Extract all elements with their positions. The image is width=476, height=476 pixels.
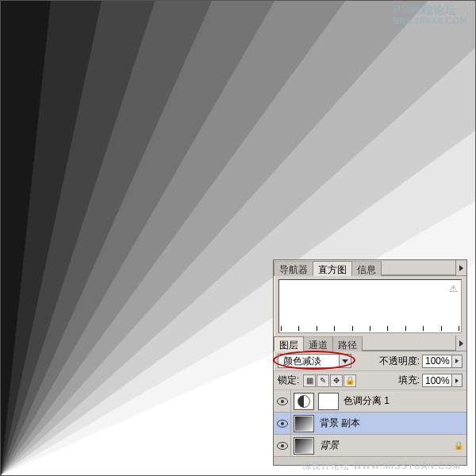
chevron-down-icon	[339, 355, 351, 367]
layer-mask-thumb[interactable]	[318, 393, 339, 410]
nav-panel-tabs: 导航器 直方图 信息	[274, 260, 466, 276]
tab-navigator[interactable]: 导航器	[274, 261, 313, 276]
eye-icon	[277, 420, 288, 428]
blend-mode-value: 颜色减淡	[278, 355, 339, 368]
histogram-ticks	[279, 326, 461, 332]
svg-point-1	[281, 400, 284, 403]
visibility-toggle[interactable]	[274, 435, 291, 457]
tab-info[interactable]: 信息	[351, 261, 382, 276]
lock-position-button[interactable]: ✥	[330, 374, 343, 387]
warning-icon[interactable]: ⚠	[449, 283, 458, 294]
layer-thumb[interactable]	[294, 437, 314, 455]
layer-row-bg-copy[interactable]: 背景 副本	[274, 413, 466, 435]
watermark-top-line1: PS教程论坛	[393, 4, 467, 15]
layer-thumb[interactable]	[294, 393, 314, 410]
blend-opacity-row: 颜色减淡 不透明度: 100%	[274, 351, 466, 370]
lock-icons-group: ▦ ✎ ✥ 🔒	[303, 374, 356, 387]
eye-icon	[277, 397, 288, 405]
visibility-toggle[interactable]	[274, 390, 291, 413]
layer-name[interactable]: 色调分离 1	[340, 394, 466, 408]
blend-mode-select[interactable]: 颜色减淡	[278, 354, 351, 368]
layer-list: 色调分离 1 背景 副本 背景 🔒	[274, 390, 466, 465]
layers-panel-menu-button[interactable]	[455, 336, 466, 351]
fill-label: 填充:	[398, 374, 420, 387]
photoshop-panels: 导航器 直方图 信息 ⚠ 图层 通道 路径 颜色减淡 不透明度: 100%	[273, 259, 467, 466]
tab-paths[interactable]: 路径	[332, 336, 363, 351]
arrow-right-icon	[459, 340, 463, 347]
eye-icon	[277, 442, 288, 450]
panel-menu-button[interactable]	[455, 260, 466, 275]
watermark-top: PS教程论坛 BBS.16XX8.COM	[393, 4, 467, 26]
opacity-value: 100%	[423, 355, 451, 367]
lock-fill-row: 锁定: ▦ ✎ ✥ 🔒 填充: 100%	[274, 370, 466, 390]
layer-thumb[interactable]	[294, 415, 314, 432]
visibility-toggle[interactable]	[274, 413, 291, 435]
chevron-right-icon	[451, 374, 462, 386]
opacity-label: 不透明度:	[379, 355, 420, 368]
layer-row-bg[interactable]: 背景 🔒	[274, 435, 466, 457]
svg-point-3	[281, 422, 284, 425]
watermark-top-line2: BBS.16XX8.COM	[393, 15, 467, 26]
fill-value: 100%	[423, 375, 451, 386]
lock-label: 锁定:	[278, 374, 299, 387]
lock-all-button[interactable]: 🔒	[344, 374, 356, 387]
watermark-bottom: 练设计论坛 WWW.MISSYUAN.COM	[302, 460, 461, 472]
layers-panel-tabs: 图层 通道 路径	[274, 336, 466, 351]
tab-histogram[interactable]: 直方图	[313, 261, 352, 276]
lock-transparency-button[interactable]: ▦	[303, 374, 316, 387]
histogram-display: ⚠	[278, 279, 462, 333]
tab-channels[interactable]: 通道	[303, 336, 333, 351]
tab-layers[interactable]: 图层	[274, 336, 304, 351]
svg-point-5	[281, 444, 284, 447]
fill-input[interactable]: 100%	[422, 374, 463, 387]
lock-icon: 🔒	[454, 441, 463, 450]
arrow-right-icon	[459, 265, 463, 271]
layer-row-posterize[interactable]: 色调分离 1	[274, 390, 466, 413]
layer-name[interactable]: 背景 副本	[317, 416, 466, 430]
adjustment-icon	[298, 395, 310, 408]
opacity-input[interactable]: 100%	[422, 355, 463, 368]
lock-image-button[interactable]: ✎	[317, 374, 329, 387]
layer-name[interactable]: 背景	[317, 439, 454, 452]
chevron-right-icon	[451, 355, 462, 367]
